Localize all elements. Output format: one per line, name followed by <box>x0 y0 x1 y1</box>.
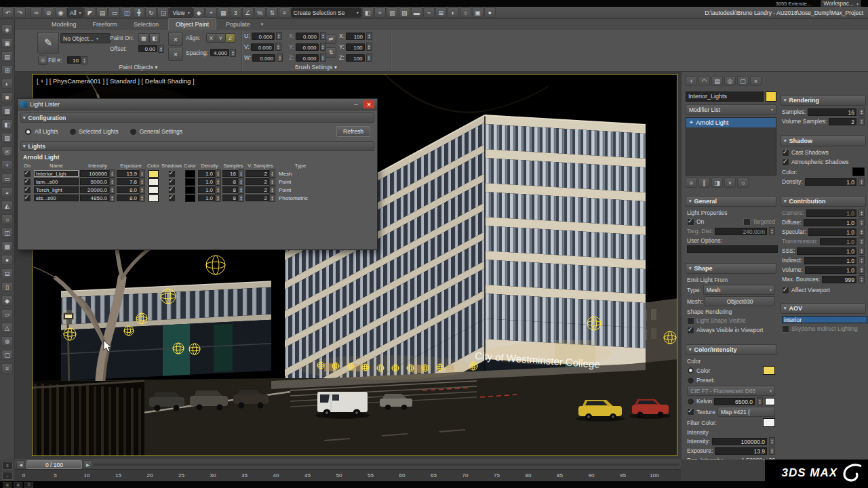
spinner[interactable]: ▴▾ <box>238 178 244 186</box>
motion-tab[interactable]: ◎ <box>724 76 736 86</box>
spacing-field[interactable]: 4.000 <box>210 49 229 56</box>
frame-tick[interactable]: 75 <box>494 472 500 479</box>
light-samples-field[interactable]: 16 <box>222 170 238 177</box>
left-toolbar-icon-24[interactable]: ▢ <box>1 350 13 360</box>
spinner[interactable]: ▴▾ <box>139 186 145 194</box>
render-production-icon[interactable]: ● <box>484 7 496 18</box>
left-toolbar-icon-5[interactable]: ■ <box>1 92 13 102</box>
spinner[interactable]: ▴▾ <box>859 237 865 245</box>
left-toolbar-icon-16[interactable]: ▩ <box>1 241 13 251</box>
cast-shadows-checkbox[interactable] <box>782 149 789 157</box>
rollout-contribution-header[interactable]: ▾Contribution <box>781 196 866 207</box>
spinner[interactable]: ▴▾ <box>238 186 244 194</box>
spinner[interactable]: ▴▾ <box>859 266 865 274</box>
spinner[interactable]: ▴▾ <box>769 437 775 445</box>
param-field[interactable]: 1.0 <box>804 257 856 264</box>
panel-caption-paint-objects[interactable]: Paint Objects ▾ <box>35 64 241 70</box>
rollout-general-header[interactable]: ▾General <box>686 196 776 207</box>
param-field[interactable]: 100 <box>346 33 365 40</box>
ribbon-tab-populate[interactable]: Populate <box>219 19 257 30</box>
light-vsamples-field[interactable]: 2 <box>245 195 269 201</box>
modifier-list-dropdown[interactable]: Modifier List ▾ <box>686 104 776 115</box>
time-slider-grip[interactable]: 0 / 100 <box>26 460 82 469</box>
target-distance-field[interactable]: 240.0cm <box>715 228 767 235</box>
light-shadows-checkbox[interactable] <box>168 186 176 194</box>
swap-axes-icon[interactable]: ⇄ <box>326 34 336 44</box>
left-toolbar-icon-23[interactable]: ⊕ <box>1 336 13 346</box>
track-bar[interactable]: 0510152025303540455055606570758085909510… <box>15 469 681 482</box>
light-exposure-field[interactable]: 13.9 <box>117 170 139 177</box>
spinner[interactable]: ▴▾ <box>215 169 221 178</box>
param-field[interactable]: 100 <box>346 43 365 51</box>
param-field[interactable]: 1.0 <box>797 247 856 255</box>
spinner[interactable]: ▴▾ <box>366 32 372 40</box>
pin-stack-icon[interactable]: ≡ <box>686 178 697 188</box>
light-density-field[interactable]: 1.0 <box>198 186 215 193</box>
spinner[interactable]: ▴▾ <box>366 43 372 51</box>
frame-tick[interactable]: 5 <box>54 472 56 479</box>
annex-building[interactable] <box>61 281 271 381</box>
paint-mode-icon[interactable]: × <box>168 32 183 46</box>
light-shadows-checkbox[interactable] <box>168 195 176 202</box>
create-tab[interactable]: + <box>686 76 697 86</box>
spinner-snap-toggle-icon[interactable]: ⇅ <box>267 7 278 18</box>
targeted-checkbox[interactable] <box>743 218 751 226</box>
frame-tick[interactable]: 65 <box>431 472 437 479</box>
frame-tick[interactable]: 10 <box>84 472 90 479</box>
light-color-swatch[interactable] <box>149 178 159 186</box>
spinner[interactable]: ▴▾ <box>109 178 115 186</box>
previous-frame-icon[interactable]: ◀ <box>16 460 25 469</box>
close-icon[interactable]: ✕ <box>363 100 374 108</box>
frame-tick[interactable]: 20 <box>147 472 153 479</box>
render-setup-icon[interactable]: ☼ <box>460 7 471 18</box>
spinner[interactable]: ▴▾ <box>277 54 283 62</box>
preset-dropdown[interactable]: CIE F7 - Fluorescent D65 ▾ <box>687 386 775 396</box>
left-toolbar-icon-2[interactable]: ▤ <box>1 52 13 62</box>
frame-tick[interactable]: 0 <box>22 472 25 479</box>
spinner[interactable]: ▴▾ <box>109 169 115 178</box>
ribbon-tab-object-paint[interactable]: Object Paint <box>168 18 216 30</box>
exposure-field[interactable]: 13.9 <box>715 447 767 455</box>
kelvin-field[interactable]: 6500.0 <box>714 398 755 405</box>
status-icon-2[interactable]: ⊞ <box>24 482 33 488</box>
kelvin-radio[interactable] <box>687 398 694 405</box>
show-end-result-icon[interactable]: ∥ <box>698 178 710 188</box>
frame-tick[interactable]: 55 <box>368 472 374 479</box>
select-and-move-icon[interactable]: ╋ <box>133 7 144 18</box>
spinner[interactable]: ▴▾ <box>859 247 865 255</box>
angle-snap-toggle-icon[interactable]: ∠ <box>242 7 254 18</box>
light-shadows-checkbox[interactable] <box>168 170 176 178</box>
light-color-swatch[interactable] <box>149 170 159 178</box>
light-intensity-field[interactable]: 4850.0 <box>80 195 109 201</box>
frame-tick[interactable]: 30 <box>210 472 216 479</box>
spinner[interactable]: ▴▾ <box>215 194 221 202</box>
frame-tick[interactable]: 95 <box>620 472 626 479</box>
light-exposure-field[interactable]: 7.6 <box>117 178 139 185</box>
left-toolbar-icon-9[interactable]: ◎ <box>1 146 13 157</box>
left-toolbar-icon-11[interactable]: ▭ <box>1 174 13 184</box>
display-tab[interactable]: ▢ <box>737 76 749 86</box>
keyboard-shortcut-override-icon[interactable]: ▦ <box>218 7 229 18</box>
selection-filter-dropdown[interactable]: All▾ <box>67 7 83 18</box>
light-density-field[interactable]: 1.0 <box>198 170 215 177</box>
reference-coordinate-system-dropdown[interactable]: View▾ <box>170 7 192 18</box>
preset-radio[interactable] <box>687 377 694 384</box>
paint-object-dropdown[interactable]: No Object... ▾ <box>60 33 111 43</box>
spinner[interactable]: ▴▾ <box>109 194 115 202</box>
light-exposure-field[interactable]: 8.0 <box>117 195 139 201</box>
paint-on-grid-icon[interactable]: ▦ <box>138 33 149 43</box>
minimize-icon[interactable]: ─ <box>351 101 361 108</box>
param-field[interactable]: 1.0 <box>805 266 856 274</box>
object-name-field[interactable]: Interior_Lights <box>686 92 764 102</box>
param-field[interactable]: 0.000 <box>252 33 275 40</box>
toggle-scene-explorer-icon[interactable]: ▥ <box>387 7 398 18</box>
left-toolbar-icon-8[interactable]: ▨ <box>1 133 13 143</box>
spacing-spinner[interactable]: ▴▾ <box>230 49 236 57</box>
named-selection-sets-field[interactable]: Create Selection Se▾ <box>291 7 361 18</box>
time-slider-track[interactable] <box>94 464 679 466</box>
param-field[interactable]: 999 <box>822 276 856 283</box>
light-vsamples-field[interactable]: 2 <box>245 170 269 177</box>
param-field[interactable]: 1.0 <box>808 228 856 236</box>
configuration-rollout-header[interactable]: ▾ Configuration <box>20 113 374 123</box>
light-on-checkbox[interactable] <box>24 170 31 178</box>
